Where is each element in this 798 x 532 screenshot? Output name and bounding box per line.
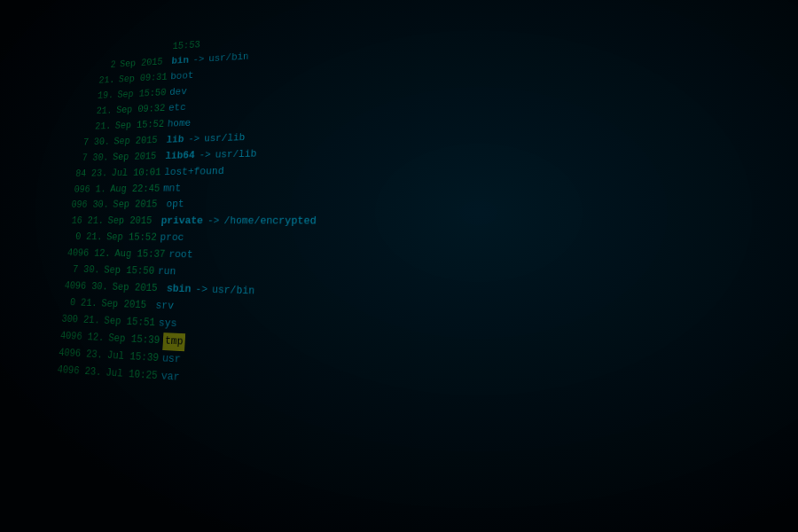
col-date: Sep 15:39 bbox=[108, 330, 164, 349]
col-num bbox=[84, 52, 121, 55]
col-num: 21. bbox=[79, 103, 117, 119]
col-date: Sep 15:50 bbox=[104, 262, 159, 279]
col-date: Sep 15:50 bbox=[117, 85, 170, 103]
col-num: 4096 23. bbox=[57, 362, 106, 381]
col-num: 16 21. bbox=[69, 214, 108, 230]
arrow: -> bbox=[191, 281, 213, 299]
col-num: 7 30. bbox=[76, 134, 114, 150]
col-num: 0 21. bbox=[62, 294, 102, 312]
dir-target: usr/lib bbox=[215, 146, 257, 163]
arrow: -> bbox=[188, 51, 208, 67]
col-num: 7 30. bbox=[66, 262, 105, 278]
col-date: Sep 2015 bbox=[113, 132, 167, 149]
arrow: -> bbox=[202, 214, 224, 230]
col-date: Jul 10:01 bbox=[111, 164, 165, 180]
dir-name: opt bbox=[166, 197, 184, 214]
arrow: -> bbox=[184, 131, 205, 147]
col-date: Sep 15:52 bbox=[114, 116, 168, 133]
col-date: Jul 10:25 bbox=[106, 364, 162, 385]
dir-name: home bbox=[167, 115, 191, 132]
col-date: Aug 22:45 bbox=[110, 181, 164, 197]
dir-name: lib bbox=[166, 132, 184, 149]
col-date: Sep 2015 bbox=[101, 296, 156, 315]
dir-name: run bbox=[157, 263, 176, 281]
col-date: Sep 15:51 bbox=[104, 313, 160, 332]
dir-name: boot bbox=[170, 68, 194, 85]
col-num: 84 23. bbox=[74, 166, 113, 182]
col-num: 4096 30. bbox=[64, 278, 113, 296]
col-num: 096 1. bbox=[72, 182, 111, 198]
dir-name: root bbox=[168, 246, 193, 264]
col-num: 4096 12. bbox=[66, 246, 115, 262]
dir-name: usr bbox=[161, 350, 181, 369]
dir-name: etc bbox=[168, 100, 186, 117]
terminal-content: 15:53 2 Sep 2015 bin -> usr/bin 21. Sep … bbox=[32, 0, 798, 532]
dir-name: var bbox=[160, 368, 180, 387]
col-num: 300 21. bbox=[61, 311, 105, 329]
col-date: Sep 2015 bbox=[112, 148, 166, 165]
col-num: 7 30. bbox=[74, 150, 113, 166]
col-date: Sep 15:52 bbox=[106, 230, 160, 246]
dir-target: /home/encrypted bbox=[223, 213, 317, 230]
dir-name: srv bbox=[155, 298, 175, 316]
col-num: 21. bbox=[82, 73, 120, 90]
dir-name: sbin bbox=[166, 281, 192, 299]
terminal-screen: 15:53 2 Sep 2015 bin -> usr/bin 21. Sep … bbox=[0, 0, 798, 532]
dir-name: lost+found bbox=[164, 163, 224, 181]
col-num: 4096 23. bbox=[59, 345, 108, 364]
dir-name: bin bbox=[171, 53, 190, 70]
dir-name: private bbox=[160, 214, 203, 231]
dir-name: lib64 bbox=[165, 147, 195, 164]
dir-name: dev bbox=[169, 84, 188, 101]
col-num: 0 21. bbox=[68, 230, 107, 246]
dir-name: sys bbox=[158, 315, 177, 333]
dir-name: mnt bbox=[162, 180, 181, 197]
col-date: Sep 2015 bbox=[113, 197, 167, 213]
dir-name-tmp: tmp bbox=[163, 332, 185, 351]
dir-target: usr/bin bbox=[212, 282, 255, 300]
col-date bbox=[121, 49, 172, 52]
col-date: Aug 15:37 bbox=[114, 246, 169, 263]
dir-name: proc bbox=[160, 230, 184, 246]
col-num: 2 bbox=[82, 58, 121, 74]
col-num: 19. bbox=[80, 88, 118, 105]
col-num: 096 30. bbox=[71, 198, 113, 214]
dir-target: usr/lib bbox=[204, 129, 246, 146]
col-date: Sep 09:32 bbox=[116, 101, 169, 118]
col-num: 21. bbox=[77, 119, 115, 135]
col-date: Sep 2015 bbox=[112, 279, 168, 297]
col-date: Sep 2015 bbox=[107, 214, 161, 230]
arrow: -> bbox=[194, 147, 215, 163]
col-num: 4096 12. bbox=[59, 328, 109, 347]
dir-target: usr/bin bbox=[208, 50, 249, 67]
